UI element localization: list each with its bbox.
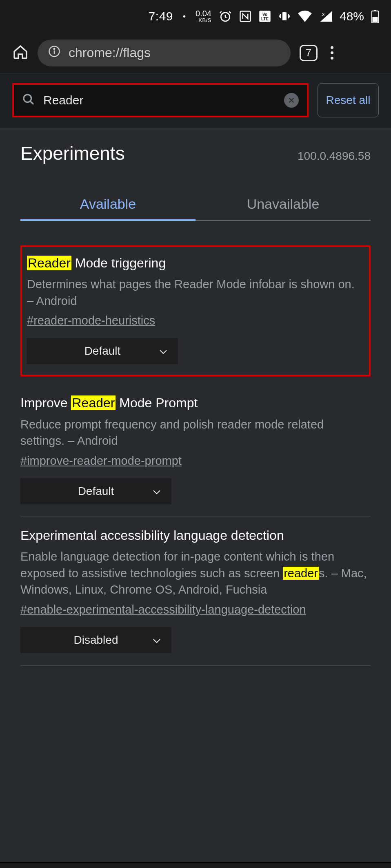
flag-item-reader-mode-heuristics: Reader Mode triggering Determines what p… [20, 245, 371, 376]
svg-text:x: x [322, 11, 325, 17]
flag-title: Improve Reader Mode Prompt [20, 394, 371, 412]
tab-unavailable[interactable]: Unavailable [196, 189, 371, 221]
page-version: 100.0.4896.58 [298, 150, 371, 163]
status-dot-separator: • [183, 12, 186, 21]
flag-select[interactable]: Disabled [20, 627, 171, 653]
home-button[interactable] [12, 44, 29, 62]
browser-menu-button[interactable] [327, 46, 338, 60]
svg-point-12 [54, 48, 55, 49]
status-bar: 7:49 • 0.04 KB/S VoLTE x 48% [0, 0, 391, 33]
flags-search-row: Reset all [0, 73, 391, 128]
omnibox-url: chrome://flags [69, 45, 151, 60]
alarm-icon [219, 10, 232, 23]
status-battery-percent: 48% [340, 9, 364, 23]
chevron-down-icon [159, 345, 167, 358]
search-highlight: reader [283, 567, 319, 580]
reset-all-button[interactable]: Reset all [318, 83, 379, 117]
status-time: 7:49 [149, 9, 173, 23]
flag-select[interactable]: Default [27, 338, 178, 364]
nfc-icon [239, 10, 251, 22]
tab-switcher[interactable]: 7 [300, 45, 318, 61]
chevron-down-icon [153, 634, 161, 647]
svg-text:Vo: Vo [262, 12, 267, 17]
system-navigation-bar [0, 862, 391, 868]
flags-search-input[interactable] [43, 93, 276, 107]
flag-list: Reader Mode triggering Determines what p… [0, 221, 391, 666]
tab-available[interactable]: Available [20, 189, 196, 221]
flag-select[interactable]: Default [20, 478, 171, 504]
flag-item-improve-reader-mode-prompt: Improve Reader Mode Prompt Reduce prompt… [20, 384, 371, 517]
svg-line-14 [30, 101, 33, 104]
browser-toolbar: chrome://flags 7 [0, 33, 391, 73]
flag-description: Determines what pages the Reader Mode in… [27, 276, 364, 309]
search-icon [22, 93, 35, 108]
svg-rect-9 [372, 17, 378, 22]
svg-point-13 [24, 95, 31, 102]
volte-icon: VoLTE [259, 10, 271, 22]
clear-search-button[interactable] [284, 93, 299, 108]
search-highlight: Reader [71, 395, 116, 410]
chevron-down-icon [153, 485, 161, 498]
svg-text:LTE: LTE [261, 17, 269, 21]
status-net-speed: 0.04 KB/S [196, 10, 211, 23]
svg-rect-5 [282, 12, 287, 20]
info-icon [48, 45, 60, 61]
flag-title: Reader Mode triggering [27, 254, 364, 272]
search-highlight: Reader [27, 256, 71, 270]
flags-page: Experiments 100.0.4896.58 Available Unav… [0, 128, 391, 862]
flag-anchor-link[interactable]: #enable-experimental-accessibility-langu… [20, 603, 306, 616]
flags-search-box [12, 83, 309, 117]
flags-tabs: Available Unavailable [20, 189, 371, 221]
flag-description: Reduce prompt frequency and polish reade… [20, 416, 371, 449]
flag-anchor-link[interactable]: #reader-mode-heuristics [27, 314, 155, 327]
svg-rect-8 [374, 10, 376, 11]
vibrate-icon [278, 10, 291, 22]
flag-title: Experimental accessibility language dete… [20, 527, 371, 544]
flag-anchor-link[interactable]: #improve-reader-mode-prompt [20, 454, 182, 468]
omnibox[interactable]: chrome://flags [38, 40, 291, 66]
flag-description: Enable language detection for in-page co… [20, 548, 371, 598]
page-title: Experiments [20, 142, 125, 164]
cellular-icon: x [319, 11, 332, 22]
wifi-icon [298, 11, 312, 22]
page-header: Experiments 100.0.4896.58 [0, 128, 391, 189]
flag-item-experimental-accessibility-language-detection: Experimental accessibility language dete… [20, 517, 371, 666]
battery-icon [371, 10, 379, 23]
